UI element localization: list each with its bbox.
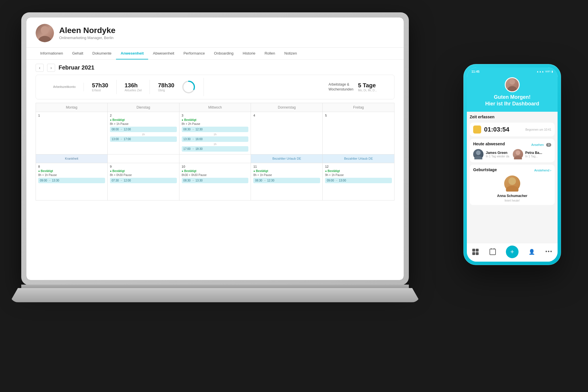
timer-stop-button[interactable]	[473, 125, 481, 134]
tab-informationen[interactable]: Informationen	[36, 48, 68, 59]
birthday-avatar	[504, 175, 520, 192]
tab-dokumente[interactable]: Dokumente	[88, 48, 116, 59]
tab-notizen[interactable]: Notizen	[280, 48, 301, 59]
stat-tage-sub: Mo, Di, Mi, D...	[358, 89, 377, 92]
tab-anwesenheit[interactable]: Anwesenheit	[116, 48, 148, 59]
time-start-2a: 08:00	[112, 128, 119, 131]
break-2: 1h	[110, 133, 177, 136]
screen-content: Aleen Nordyke Onlinemarketing Manager, B…	[26, 18, 404, 280]
hours-3: 8h + 2h Pause	[182, 122, 249, 125]
cal-cell-10: 10 ● Bestätigt 8h30 + 0h30 Pause 08:30 →…	[179, 163, 251, 200]
time-end-2a: 12:00	[124, 128, 131, 131]
phone: 11:45 ▲▲▲ WiFi ▮	[463, 64, 561, 265]
svg-point-7	[474, 156, 482, 159]
petra-sub: In 1 Tag...	[525, 155, 542, 158]
svg-point-5	[508, 86, 517, 91]
badge-confirmed-11: ● Bestätigt	[253, 169, 320, 173]
date-5: 5	[325, 114, 392, 117]
laptop-outer: Aleen Nordyke Onlinemarketing Manager, B…	[21, 12, 409, 285]
stat-erfasst-label: Erfasst	[92, 89, 108, 92]
stat-progress-circle	[182, 80, 196, 94]
laptop-base	[10, 288, 420, 302]
petra-avatar	[513, 149, 523, 159]
tab-gehalt[interactable]: Gehalt	[68, 48, 88, 59]
stat-arbeitszeitkonto: Arbeitszeitkonto	[45, 83, 84, 91]
hours-10: 8h30 + 0h30 Pause	[182, 173, 249, 177]
hours-8: 8h + 1h Pause	[38, 173, 105, 177]
date-3: 3	[182, 114, 249, 117]
stat-ubrig-label: Übrig	[158, 89, 174, 92]
tab-rollen[interactable]: Rollen	[260, 48, 280, 59]
phone-greeting: Guten Morgen!Hier ist Ihr Dashboard	[485, 94, 539, 107]
hours-11: 8h + 1h Pause	[253, 173, 320, 177]
cal-cell-11: 11 ● Bestätigt 8h + 1h Pause 08:30 → 12:…	[251, 163, 323, 200]
header-mittwoch: Mittwoch	[179, 103, 251, 112]
svg-point-4	[509, 79, 515, 84]
time-end-8: 13:30	[52, 179, 59, 182]
badge-confirmed-10: ● Bestätigt	[182, 169, 249, 173]
nav-add-button[interactable]: +	[506, 246, 519, 258]
stat-ubrig-value: 78h30	[158, 82, 174, 88]
cal-cell-9: 9 ● Bestätigt 8h + 0h30 Pause 07:30 → 12…	[108, 163, 179, 200]
time-block-10: 08:30 → 13:30	[182, 178, 249, 183]
time-start-3a: 08:30	[183, 128, 191, 131]
nav-calendar-button[interactable]	[489, 248, 497, 256]
tab-abwesenheit[interactable]: Abwesenheit	[148, 48, 179, 59]
nav-people-button[interactable]: 👤	[528, 248, 536, 256]
time-end-3b: 16:00	[196, 138, 203, 141]
time-end-10: 13:30	[196, 179, 203, 182]
cal-cell-4: 4	[251, 112, 323, 155]
calendar-icon	[490, 249, 496, 255]
stat-arbeitstage-label: Arbeitstage &Wochenstunden	[328, 82, 353, 92]
time-end-11: 12:30	[267, 179, 274, 182]
time-block-2a: 08:00 → 12:00	[110, 127, 177, 132]
nav-more-button[interactable]: •••	[545, 248, 553, 256]
stat-tage: 5 Tage Mo, Di, Mi, D...	[358, 82, 377, 92]
grid-icon	[472, 249, 479, 255]
time-block-8: 09:00 → 13:30	[38, 178, 105, 183]
absent-link[interactable]: Ansehen	[531, 143, 544, 146]
nav-grid-button[interactable]	[471, 248, 479, 256]
timer-started: Begonnen um 10:41	[525, 128, 551, 131]
james-sub: In 1 Tag wieder da	[486, 155, 509, 158]
avatar-image	[36, 24, 54, 42]
avatar	[36, 24, 54, 42]
laptop-screen-bezel: Aleen Nordyke Onlinemarketing Manager, B…	[26, 18, 404, 280]
petra-info: Petra Ba... In 1 Tag...	[525, 151, 542, 158]
calendar-next-button[interactable]: ›	[47, 64, 55, 72]
absent-person-petra: Petra Ba... In 1 Tag...	[513, 149, 542, 159]
calendar-title: Februar 2021	[59, 64, 94, 71]
birthday-link[interactable]: Anstehend ›	[534, 169, 551, 172]
calendar-grid: Montag Dienstag Mittwoch Donnerstag Frei…	[26, 103, 404, 280]
absent-link-group: Ansehen 9	[531, 142, 551, 147]
stat-arbeitstage: Arbeitstage &Wochenstunden 5 Tage Mo, Di…	[320, 80, 385, 94]
time-tracker: 01:03:54 Begonnen um 10:41	[473, 125, 551, 134]
header-dienstag: Dienstag	[108, 103, 179, 112]
birthday-name: Anna Schumacher	[497, 194, 527, 198]
stat-ubrig-text: 78h30 Übrig	[158, 82, 174, 92]
section-title-zeit: Zeit erfassen	[470, 115, 555, 119]
tab-historie[interactable]: Historie	[238, 48, 260, 59]
stat-ziel-value: 136h	[125, 82, 142, 89]
date-1: 1	[38, 114, 105, 117]
calendar-prev-button[interactable]: ‹	[36, 64, 44, 72]
header-freitag: Freitag	[323, 103, 394, 112]
svg-point-8	[516, 150, 520, 155]
badge-confirmed-9: ● Bestätigt	[110, 169, 177, 173]
tab-performance[interactable]: Performance	[179, 48, 209, 59]
birthday-sub: feiert heute!	[505, 199, 520, 202]
break-3b: 1h	[182, 143, 249, 146]
badge-confirmed-2: ● Bestätigt	[110, 118, 177, 121]
svg-point-1	[38, 36, 51, 42]
stats-row: Arbeitszeitkonto 57h30 Erfasst 136h Aktu…	[36, 75, 394, 99]
time-block-3a: 08:30 → 12:30	[182, 127, 249, 132]
special-empty-3	[179, 155, 251, 163]
phone-time: 11:45	[471, 70, 479, 73]
calendar-week2: 8 ● Bestätigt 8h + 1h Pause 09:00 → 13:3…	[36, 163, 394, 200]
profile-role: Onlinemarketing Manager, Berlin	[59, 36, 115, 40]
tab-onboarding[interactable]: Onboarding	[209, 48, 238, 59]
phone-header: Guten Morgen!Hier ist Ihr Dashboard	[467, 74, 558, 112]
james-avatar	[473, 149, 483, 159]
special-krankheit: Krankheit	[36, 155, 108, 163]
stat-ziel-label: Aktuelles Ziel	[125, 89, 142, 92]
